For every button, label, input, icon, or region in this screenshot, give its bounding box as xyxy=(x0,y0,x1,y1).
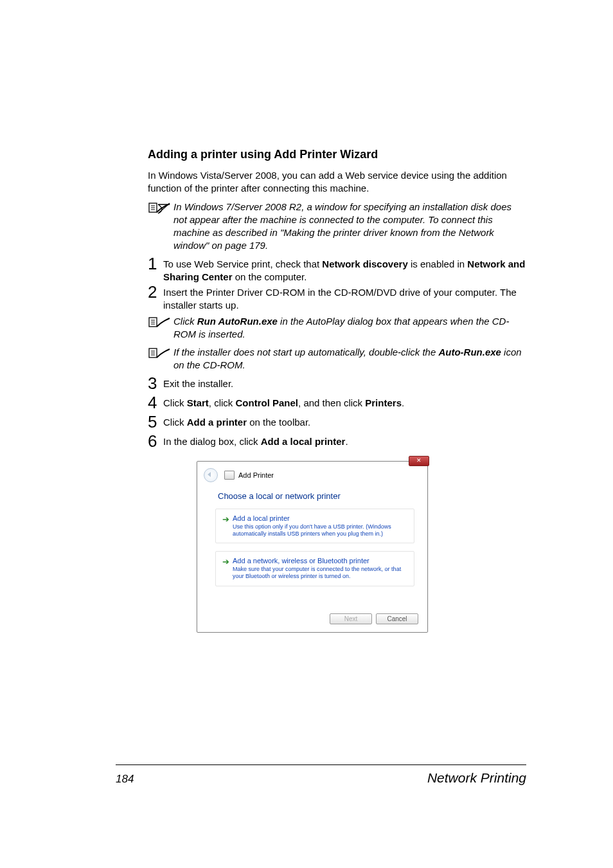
t: To use Web Service print, check that xyxy=(163,258,322,269)
dialog-header-label: Add Printer xyxy=(238,471,274,479)
step-4-text: Click Start, click Control Panel, and th… xyxy=(163,397,404,410)
note-icon xyxy=(148,346,173,361)
back-icon[interactable] xyxy=(204,468,218,482)
printer-icon xyxy=(224,471,235,480)
note-icon xyxy=(148,201,173,216)
step-1-text: To use Web Service print, check that Net… xyxy=(163,258,526,284)
t: Next xyxy=(344,615,358,622)
t: Click xyxy=(163,417,187,428)
note-2-text: Click Run AutoRun.exe in the AutoPlay di… xyxy=(173,315,526,341)
t: Control Panel xyxy=(236,397,299,408)
step-6-text: In the dialog box, click Add a local pri… xyxy=(163,435,348,448)
step-number: 3 xyxy=(148,375,161,392)
t: Printers xyxy=(365,397,402,408)
close-icon[interactable]: ✕ xyxy=(409,456,429,466)
t: Add a printer xyxy=(187,417,247,428)
t: , click xyxy=(209,397,236,408)
t: Cancel xyxy=(387,615,407,622)
t: , and then click xyxy=(298,397,365,408)
note-3: If the installer does not start up autom… xyxy=(148,346,526,372)
step-6: 6 In the dialog box, click Add a local p… xyxy=(148,435,526,452)
step-5-text: Click Add a printer on the toolbar. xyxy=(163,416,310,429)
step-2-text: Insert the Printer Driver CD-ROM in the … xyxy=(163,286,526,312)
t: is enabled in xyxy=(408,258,468,269)
option-title: Add a local printer xyxy=(233,514,407,522)
t: Auto-Run.exe xyxy=(438,347,501,357)
step-2: 2 Insert the Printer Driver CD-ROM in th… xyxy=(148,286,526,312)
step-number: 4 xyxy=(148,394,161,411)
t: on the computer. xyxy=(233,271,307,282)
add-printer-dialog: ✕ Add Printer Choose a local or network … xyxy=(197,461,428,633)
t: Network discovery xyxy=(322,258,407,269)
t: Run AutoRun.exe xyxy=(197,316,278,327)
option-title: Add a network, wireless or Bluetooth pri… xyxy=(233,557,407,565)
intro-paragraph: In Windows Vista/Server 2008, you can ad… xyxy=(148,169,526,195)
footer-title: Network Printing xyxy=(427,770,526,786)
note-icon xyxy=(148,315,173,330)
t: on the toolbar. xyxy=(247,417,310,428)
option-desc: Make sure that your computer is connecte… xyxy=(233,566,407,581)
note-1-text: In Windows 7/Server 2008 R2, a window fo… xyxy=(173,201,526,253)
section-heading: Adding a printer using Add Printer Wizar… xyxy=(148,148,526,161)
step-3: 3 Exit the installer. xyxy=(148,377,526,394)
note-2: Click Run AutoRun.exe in the AutoPlay di… xyxy=(148,315,526,341)
step-3-text: Exit the installer. xyxy=(163,377,233,390)
step-1: 1 To use Web Service print, check that N… xyxy=(148,258,526,284)
next-button[interactable]: Next xyxy=(330,613,372,624)
step-number: 6 xyxy=(148,433,161,449)
footer-rule xyxy=(116,764,526,765)
step-number: 2 xyxy=(148,284,161,300)
dialog-main-title: Choose a local or network printer xyxy=(197,487,427,509)
cancel-button[interactable]: Cancel xyxy=(376,613,418,624)
t: Click xyxy=(173,316,197,327)
t: Add a local printer xyxy=(261,436,346,447)
step-number: 1 xyxy=(148,255,161,272)
step-4: 4 Click Start, click Control Panel, and … xyxy=(148,397,526,413)
dialog-header: Add Printer xyxy=(197,462,427,487)
t: Start xyxy=(187,397,209,408)
arrow-right-icon: ➔ xyxy=(222,515,229,523)
option-add-local-printer[interactable]: ➔ Add a local printer Use this option on… xyxy=(215,509,414,544)
t: In the dialog box, click xyxy=(163,436,261,447)
t: . xyxy=(402,397,404,408)
note-3-text: If the installer does not start up autom… xyxy=(173,346,526,372)
option-add-network-printer[interactable]: ➔ Add a network, wireless or Bluetooth p… xyxy=(215,551,414,586)
arrow-right-icon: ➔ xyxy=(222,557,229,566)
step-number: 5 xyxy=(148,413,161,430)
note-1: In Windows 7/Server 2008 R2, a window fo… xyxy=(148,201,526,253)
t: Click xyxy=(163,397,187,408)
t: . xyxy=(345,436,348,447)
t: If the installer does not start up autom… xyxy=(173,347,438,357)
option-desc: Use this option only if you don't have a… xyxy=(233,523,407,538)
step-5: 5 Click Add a printer on the toolbar. xyxy=(148,416,526,433)
page-number: 184 xyxy=(116,773,134,786)
